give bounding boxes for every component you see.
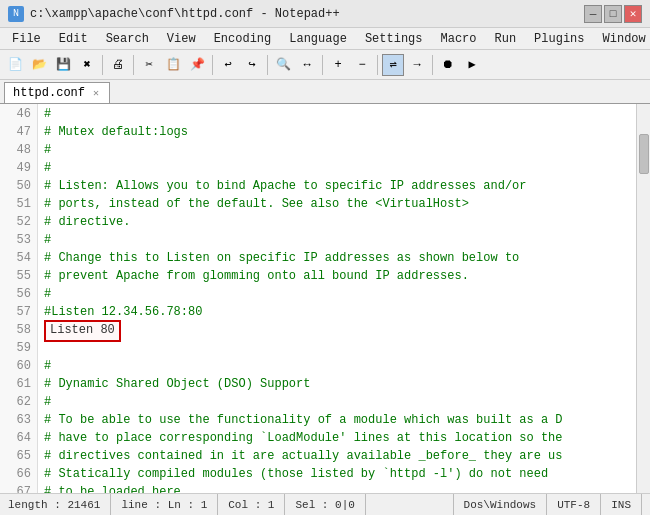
scroll-thumb[interactable]: [639, 134, 649, 174]
toolbar-separator-4: [267, 55, 268, 75]
menu-language[interactable]: Language: [281, 30, 355, 48]
zoom-out-button[interactable]: −: [351, 54, 373, 76]
find-button[interactable]: 🔍: [272, 54, 294, 76]
code-line: #: [44, 142, 630, 160]
indent-button[interactable]: →: [406, 54, 428, 76]
title-text: c:\xampp\apache\conf\httpd.conf - Notepa…: [30, 7, 340, 21]
zoom-in-button[interactable]: +: [327, 54, 349, 76]
code-line: # Listen: Allows you to bind Apache to s…: [44, 178, 630, 196]
line-number: 51: [6, 196, 31, 214]
menu-run[interactable]: Run: [487, 30, 525, 48]
status-line: line : Ln : 1: [111, 494, 218, 515]
code-line: # Dynamic Shared Object (DSO) Support: [44, 376, 630, 394]
toolbar-separator-6: [377, 55, 378, 75]
menu-macro[interactable]: Macro: [432, 30, 484, 48]
zoom-out-icon: −: [358, 58, 365, 72]
find-icon: 🔍: [276, 57, 291, 72]
print-icon: 🖨: [112, 57, 124, 72]
close-button[interactable]: ✕: [624, 5, 642, 23]
wrap-button[interactable]: ⇌: [382, 54, 404, 76]
new-button[interactable]: 📄: [4, 54, 26, 76]
tab-bar: httpd.conf ✕: [0, 80, 650, 104]
line-numbers: 4647484950515253545556575859606162636465…: [0, 104, 38, 493]
menu-settings[interactable]: Settings: [357, 30, 431, 48]
line-number: 58: [6, 322, 31, 340]
menu-bar: File Edit Search View Encoding Language …: [0, 28, 650, 50]
redo-button[interactable]: ↪: [241, 54, 263, 76]
code-line: # ports, instead of the default. See als…: [44, 196, 630, 214]
print-button[interactable]: 🖨: [107, 54, 129, 76]
replace-icon: ↔: [303, 58, 310, 72]
paste-button[interactable]: 📌: [186, 54, 208, 76]
comment-text: # Mutex default:logs: [44, 124, 188, 141]
menu-encoding[interactable]: Encoding: [206, 30, 280, 48]
title-bar: N c:\xampp\apache\conf\httpd.conf - Note…: [0, 0, 650, 28]
menu-edit[interactable]: Edit: [51, 30, 96, 48]
undo-icon: ↩: [224, 57, 231, 72]
line-number: 65: [6, 448, 31, 466]
open-button[interactable]: 📂: [28, 54, 50, 76]
menu-window[interactable]: Window: [595, 30, 650, 48]
menu-file[interactable]: File: [4, 30, 49, 48]
line-number: 48: [6, 142, 31, 160]
code-line: # Statically compiled modules (those lis…: [44, 466, 630, 484]
code-line: # Mutex default:logs: [44, 124, 630, 142]
line-number: 67: [6, 484, 31, 493]
maximize-button[interactable]: □: [604, 5, 622, 23]
macro-rec-button[interactable]: ⏺: [437, 54, 459, 76]
highlighted-text: Listen 80: [44, 320, 121, 341]
comment-text: #: [44, 106, 51, 123]
new-icon: 📄: [8, 57, 23, 72]
comment-text: # ports, instead of the default. See als…: [44, 196, 469, 213]
replace-button[interactable]: ↔: [296, 54, 318, 76]
close-file-button[interactable]: ✖: [76, 54, 98, 76]
code-line: #: [44, 358, 630, 376]
toolbar-separator-3: [212, 55, 213, 75]
macro-play-button[interactable]: ▶: [461, 54, 483, 76]
toolbar-separator-7: [432, 55, 433, 75]
code-line: #: [44, 232, 630, 250]
toolbar-separator-5: [322, 55, 323, 75]
undo-button[interactable]: ↩: [217, 54, 239, 76]
comment-text: #Listen 12.34.56.78:80: [44, 304, 202, 321]
status-sel: Sel : 0|0: [285, 494, 365, 515]
minimize-button[interactable]: —: [584, 5, 602, 23]
tab-httpd-conf[interactable]: httpd.conf ✕: [4, 82, 110, 103]
menu-plugins[interactable]: Plugins: [526, 30, 592, 48]
comment-text: # Dynamic Shared Object (DSO) Support: [44, 376, 310, 393]
code-line: #: [44, 286, 630, 304]
line-number: 55: [6, 268, 31, 286]
open-icon: 📂: [32, 57, 47, 72]
editor-container: 4647484950515253545556575859606162636465…: [0, 104, 650, 493]
comment-text: #: [44, 142, 51, 159]
comment-text: # Change this to Listen on specific IP a…: [44, 250, 519, 267]
comment-text: # have to place corresponding `LoadModul…: [44, 430, 562, 447]
copy-button[interactable]: 📋: [162, 54, 184, 76]
menu-view[interactable]: View: [159, 30, 204, 48]
line-number: 53: [6, 232, 31, 250]
cut-button[interactable]: ✂: [138, 54, 160, 76]
line-number: 46: [6, 106, 31, 124]
code-area[interactable]: ## Mutex default:logs### Listen: Allows …: [38, 104, 636, 493]
line-number: 56: [6, 286, 31, 304]
copy-icon: 📋: [166, 57, 181, 72]
menu-search[interactable]: Search: [98, 30, 157, 48]
app-icon: N: [8, 6, 24, 22]
line-number: 59: [6, 340, 31, 358]
code-line: [44, 340, 630, 358]
scrollbar[interactable]: [636, 104, 650, 493]
code-line: # directive.: [44, 214, 630, 232]
code-line: #: [44, 394, 630, 412]
comment-text: #: [44, 232, 51, 249]
tab-close-button[interactable]: ✕: [91, 87, 101, 99]
line-number: 66: [6, 466, 31, 484]
save-button[interactable]: 💾: [52, 54, 74, 76]
toolbar-separator-2: [133, 55, 134, 75]
status-spacer: [366, 494, 454, 515]
status-bar: length : 21461 line : Ln : 1 Col : 1 Sel…: [0, 493, 650, 515]
line-number: 49: [6, 160, 31, 178]
comment-text: # directive.: [44, 214, 130, 231]
line-number: 52: [6, 214, 31, 232]
line-number: 57: [6, 304, 31, 322]
line-number: 60: [6, 358, 31, 376]
